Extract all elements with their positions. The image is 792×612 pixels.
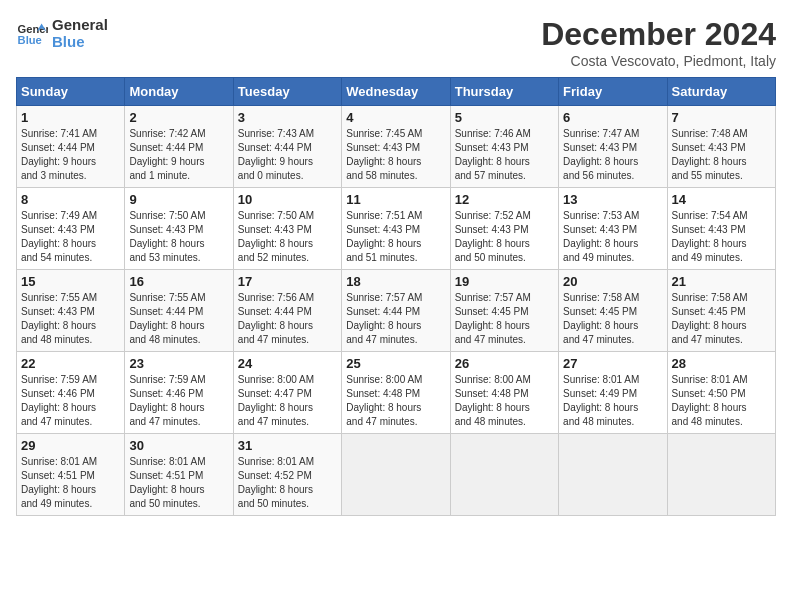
- calendar-day-cell: 7Sunrise: 7:48 AM Sunset: 4:43 PM Daylig…: [667, 106, 775, 188]
- calendar-day-cell: [342, 434, 450, 516]
- logo-line2: Blue: [52, 33, 108, 50]
- day-number: 2: [129, 110, 228, 125]
- calendar-day-cell: 5Sunrise: 7:46 AM Sunset: 4:43 PM Daylig…: [450, 106, 558, 188]
- day-info: Sunrise: 7:46 AM Sunset: 4:43 PM Dayligh…: [455, 127, 554, 183]
- calendar-day-cell: [667, 434, 775, 516]
- day-info: Sunrise: 8:01 AM Sunset: 4:50 PM Dayligh…: [672, 373, 771, 429]
- day-number: 20: [563, 274, 662, 289]
- calendar-day-cell: 30Sunrise: 8:01 AM Sunset: 4:51 PM Dayli…: [125, 434, 233, 516]
- day-info: Sunrise: 7:56 AM Sunset: 4:44 PM Dayligh…: [238, 291, 337, 347]
- day-info: Sunrise: 7:51 AM Sunset: 4:43 PM Dayligh…: [346, 209, 445, 265]
- calendar-body: 1Sunrise: 7:41 AM Sunset: 4:44 PM Daylig…: [17, 106, 776, 516]
- day-info: Sunrise: 7:53 AM Sunset: 4:43 PM Dayligh…: [563, 209, 662, 265]
- calendar-day-cell: 21Sunrise: 7:58 AM Sunset: 4:45 PM Dayli…: [667, 270, 775, 352]
- day-number: 24: [238, 356, 337, 371]
- day-info: Sunrise: 8:00 AM Sunset: 4:48 PM Dayligh…: [455, 373, 554, 429]
- calendar-day-cell: 27Sunrise: 8:01 AM Sunset: 4:49 PM Dayli…: [559, 352, 667, 434]
- day-number: 21: [672, 274, 771, 289]
- day-info: Sunrise: 7:49 AM Sunset: 4:43 PM Dayligh…: [21, 209, 120, 265]
- day-number: 15: [21, 274, 120, 289]
- day-of-week-header: Sunday: [17, 78, 125, 106]
- calendar-day-cell: 1Sunrise: 7:41 AM Sunset: 4:44 PM Daylig…: [17, 106, 125, 188]
- day-number: 22: [21, 356, 120, 371]
- day-number: 7: [672, 110, 771, 125]
- day-info: Sunrise: 7:59 AM Sunset: 4:46 PM Dayligh…: [129, 373, 228, 429]
- day-number: 6: [563, 110, 662, 125]
- logo-icon: General Blue: [16, 17, 48, 49]
- calendar-day-cell: 19Sunrise: 7:57 AM Sunset: 4:45 PM Dayli…: [450, 270, 558, 352]
- day-number: 31: [238, 438, 337, 453]
- calendar-week-row: 1Sunrise: 7:41 AM Sunset: 4:44 PM Daylig…: [17, 106, 776, 188]
- day-number: 4: [346, 110, 445, 125]
- day-number: 26: [455, 356, 554, 371]
- day-number: 16: [129, 274, 228, 289]
- day-info: Sunrise: 7:41 AM Sunset: 4:44 PM Dayligh…: [21, 127, 120, 183]
- calendar-day-cell: 9Sunrise: 7:50 AM Sunset: 4:43 PM Daylig…: [125, 188, 233, 270]
- calendar-day-cell: 31Sunrise: 8:01 AM Sunset: 4:52 PM Dayli…: [233, 434, 341, 516]
- calendar-day-cell: [450, 434, 558, 516]
- calendar-day-cell: 8Sunrise: 7:49 AM Sunset: 4:43 PM Daylig…: [17, 188, 125, 270]
- calendar-day-cell: 16Sunrise: 7:55 AM Sunset: 4:44 PM Dayli…: [125, 270, 233, 352]
- calendar-day-cell: 17Sunrise: 7:56 AM Sunset: 4:44 PM Dayli…: [233, 270, 341, 352]
- calendar-day-cell: 29Sunrise: 8:01 AM Sunset: 4:51 PM Dayli…: [17, 434, 125, 516]
- month-title: December 2024: [541, 16, 776, 53]
- logo: General Blue General Blue: [16, 16, 108, 50]
- day-number: 14: [672, 192, 771, 207]
- calendar-day-cell: 6Sunrise: 7:47 AM Sunset: 4:43 PM Daylig…: [559, 106, 667, 188]
- day-info: Sunrise: 7:59 AM Sunset: 4:46 PM Dayligh…: [21, 373, 120, 429]
- location-subtitle: Costa Vescovato, Piedmont, Italy: [541, 53, 776, 69]
- day-info: Sunrise: 7:45 AM Sunset: 4:43 PM Dayligh…: [346, 127, 445, 183]
- calendar-day-cell: 25Sunrise: 8:00 AM Sunset: 4:48 PM Dayli…: [342, 352, 450, 434]
- calendar-day-cell: 10Sunrise: 7:50 AM Sunset: 4:43 PM Dayli…: [233, 188, 341, 270]
- day-info: Sunrise: 7:52 AM Sunset: 4:43 PM Dayligh…: [455, 209, 554, 265]
- day-number: 12: [455, 192, 554, 207]
- calendar-day-cell: [559, 434, 667, 516]
- calendar-day-cell: 28Sunrise: 8:01 AM Sunset: 4:50 PM Dayli…: [667, 352, 775, 434]
- day-info: Sunrise: 7:48 AM Sunset: 4:43 PM Dayligh…: [672, 127, 771, 183]
- day-of-week-header: Thursday: [450, 78, 558, 106]
- day-info: Sunrise: 8:01 AM Sunset: 4:52 PM Dayligh…: [238, 455, 337, 511]
- day-number: 5: [455, 110, 554, 125]
- day-info: Sunrise: 7:54 AM Sunset: 4:43 PM Dayligh…: [672, 209, 771, 265]
- calendar-day-cell: 24Sunrise: 8:00 AM Sunset: 4:47 PM Dayli…: [233, 352, 341, 434]
- calendar-day-cell: 18Sunrise: 7:57 AM Sunset: 4:44 PM Dayli…: [342, 270, 450, 352]
- day-info: Sunrise: 8:00 AM Sunset: 4:47 PM Dayligh…: [238, 373, 337, 429]
- day-of-week-header: Friday: [559, 78, 667, 106]
- calendar-day-cell: 23Sunrise: 7:59 AM Sunset: 4:46 PM Dayli…: [125, 352, 233, 434]
- page-header: General Blue General Blue December 2024 …: [16, 16, 776, 69]
- day-number: 13: [563, 192, 662, 207]
- day-number: 28: [672, 356, 771, 371]
- day-info: Sunrise: 7:55 AM Sunset: 4:44 PM Dayligh…: [129, 291, 228, 347]
- day-info: Sunrise: 7:58 AM Sunset: 4:45 PM Dayligh…: [672, 291, 771, 347]
- svg-text:Blue: Blue: [18, 34, 42, 46]
- calendar-day-cell: 22Sunrise: 7:59 AM Sunset: 4:46 PM Dayli…: [17, 352, 125, 434]
- day-number: 29: [21, 438, 120, 453]
- day-number: 10: [238, 192, 337, 207]
- calendar-day-cell: 12Sunrise: 7:52 AM Sunset: 4:43 PM Dayli…: [450, 188, 558, 270]
- calendar-week-row: 8Sunrise: 7:49 AM Sunset: 4:43 PM Daylig…: [17, 188, 776, 270]
- calendar-day-cell: 26Sunrise: 8:00 AM Sunset: 4:48 PM Dayli…: [450, 352, 558, 434]
- day-of-week-header: Saturday: [667, 78, 775, 106]
- calendar-day-cell: 13Sunrise: 7:53 AM Sunset: 4:43 PM Dayli…: [559, 188, 667, 270]
- calendar-day-cell: 20Sunrise: 7:58 AM Sunset: 4:45 PM Dayli…: [559, 270, 667, 352]
- day-number: 1: [21, 110, 120, 125]
- calendar-week-row: 29Sunrise: 8:01 AM Sunset: 4:51 PM Dayli…: [17, 434, 776, 516]
- day-info: Sunrise: 7:50 AM Sunset: 4:43 PM Dayligh…: [238, 209, 337, 265]
- logo-line1: General: [52, 16, 108, 33]
- calendar-table: SundayMondayTuesdayWednesdayThursdayFrid…: [16, 77, 776, 516]
- day-info: Sunrise: 7:47 AM Sunset: 4:43 PM Dayligh…: [563, 127, 662, 183]
- day-of-week-header: Tuesday: [233, 78, 341, 106]
- calendar-day-cell: 4Sunrise: 7:45 AM Sunset: 4:43 PM Daylig…: [342, 106, 450, 188]
- calendar-week-row: 15Sunrise: 7:55 AM Sunset: 4:43 PM Dayli…: [17, 270, 776, 352]
- day-info: Sunrise: 7:42 AM Sunset: 4:44 PM Dayligh…: [129, 127, 228, 183]
- calendar-day-cell: 14Sunrise: 7:54 AM Sunset: 4:43 PM Dayli…: [667, 188, 775, 270]
- day-number: 25: [346, 356, 445, 371]
- day-number: 23: [129, 356, 228, 371]
- day-info: Sunrise: 7:57 AM Sunset: 4:44 PM Dayligh…: [346, 291, 445, 347]
- day-info: Sunrise: 8:01 AM Sunset: 4:49 PM Dayligh…: [563, 373, 662, 429]
- day-info: Sunrise: 7:58 AM Sunset: 4:45 PM Dayligh…: [563, 291, 662, 347]
- day-number: 18: [346, 274, 445, 289]
- day-number: 19: [455, 274, 554, 289]
- calendar-day-cell: 2Sunrise: 7:42 AM Sunset: 4:44 PM Daylig…: [125, 106, 233, 188]
- day-info: Sunrise: 7:43 AM Sunset: 4:44 PM Dayligh…: [238, 127, 337, 183]
